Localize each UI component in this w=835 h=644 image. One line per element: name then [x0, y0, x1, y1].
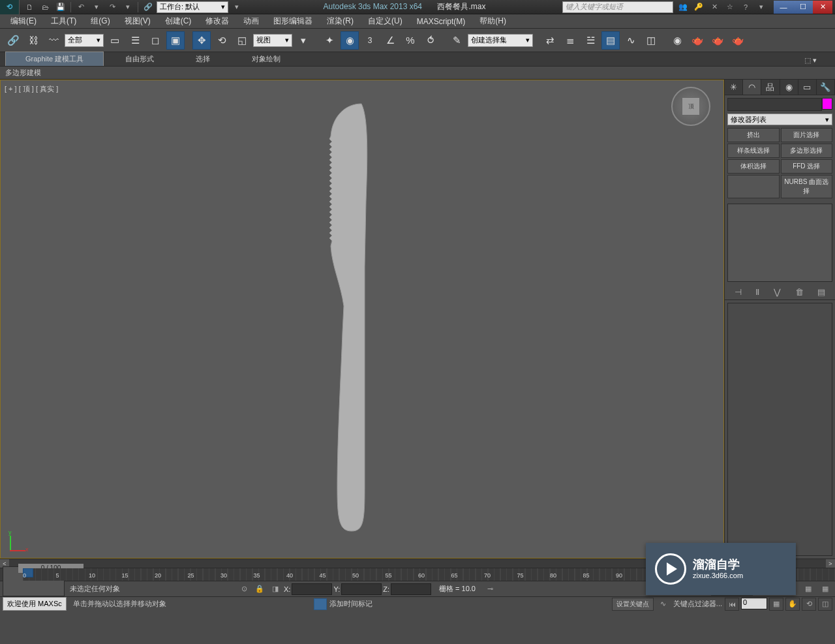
help-icon[interactable]: ?: [738, 1, 753, 13]
rollout-area[interactable]: [727, 303, 832, 556]
btn-vol-select[interactable]: 体积选择: [727, 159, 780, 174]
layers-icon[interactable]: ☱: [581, 31, 600, 50]
tab-create-icon[interactable]: ✳: [725, 80, 743, 95]
select-link-icon[interactable]: 🔗: [4, 31, 22, 50]
named-selset-icon[interactable]: ✎: [448, 31, 466, 50]
pin-stack-icon[interactable]: ⊣: [735, 287, 742, 297]
menu-group[interactable]: 组(G): [84, 14, 116, 28]
menu-tools[interactable]: 工具(T): [44, 14, 83, 28]
z-input[interactable]: [391, 583, 431, 595]
window-crossing-icon[interactable]: ▣: [166, 31, 185, 50]
modifier-stack[interactable]: [727, 204, 832, 282]
make-unique-icon[interactable]: ⋁: [774, 287, 781, 297]
manipulate-icon[interactable]: ✦: [320, 31, 339, 50]
app-icon[interactable]: ⟲: [0, 0, 20, 14]
render-setup-icon[interactable]: 🫖: [688, 31, 706, 50]
remove-mod-icon[interactable]: 🗑: [795, 287, 804, 297]
selection-filter-dropdown[interactable]: 全部: [65, 34, 104, 47]
menu-help[interactable]: 帮助(H): [473, 14, 513, 28]
tab-hierarchy-icon[interactable]: 品: [761, 80, 780, 95]
schematic-icon[interactable]: ◫: [642, 31, 660, 50]
set-key-button[interactable]: 设置关键点: [612, 598, 654, 611]
menu-customize[interactable]: 自定义(U): [361, 14, 409, 28]
tab-utilities-icon[interactable]: 🔧: [817, 80, 835, 95]
angle-snap-icon[interactable]: ∠: [381, 31, 399, 50]
menu-rendering[interactable]: 渲染(R): [320, 14, 360, 28]
goto-start-icon[interactable]: ⏮: [725, 598, 739, 611]
welcome-button[interactable]: 欢迎使用 MAXSc: [3, 597, 67, 611]
viewcube[interactable]: 顶: [671, 87, 710, 126]
viewcube-face[interactable]: 顶: [682, 97, 700, 115]
workspace-dd-icon[interactable]: ▾: [230, 1, 244, 13]
layer-manager-icon[interactable]: ▤: [601, 31, 620, 50]
modifier-list-dropdown[interactable]: 修改器列表: [727, 114, 832, 125]
selection-lock-icon[interactable]: 🔒: [252, 583, 267, 596]
spinner-snap-icon[interactable]: ⥀: [421, 31, 440, 50]
btn-patch-select[interactable]: 面片选择: [781, 128, 833, 142]
menu-modifiers[interactable]: 修改器: [199, 14, 235, 28]
close-button[interactable]: ✕: [813, 1, 832, 14]
ref-coord-dropdown[interactable]: 视图: [253, 34, 292, 47]
tab-selection[interactable]: 选择: [175, 52, 230, 66]
key-filters-icon[interactable]: ∿: [656, 598, 671, 611]
ribbon-panel-label[interactable]: 多边形建模: [0, 67, 835, 80]
frame-box[interactable]: 0: [741, 598, 767, 609]
tab-motion-icon[interactable]: ◉: [780, 80, 798, 95]
new-icon[interactable]: 🗋: [22, 1, 37, 13]
key-mode-icon[interactable]: ⊸: [483, 583, 498, 596]
tab-display-icon[interactable]: ▭: [798, 80, 817, 95]
menu-create[interactable]: 创建(C): [159, 14, 198, 28]
open-icon[interactable]: 🗁: [38, 1, 52, 13]
configure-icon[interactable]: ▤: [817, 287, 825, 297]
redo-icon[interactable]: ↷: [105, 1, 119, 13]
nav-icon-2[interactable]: ▦: [801, 583, 815, 596]
x-input[interactable]: [292, 583, 332, 595]
snap-3-icon[interactable]: 3: [361, 31, 379, 50]
y-input[interactable]: [341, 583, 382, 595]
maximize-button[interactable]: ☐: [793, 1, 813, 14]
help-dd-icon[interactable]: ▾: [754, 1, 768, 13]
curve-editor-icon[interactable]: ∿: [622, 31, 640, 50]
btn-ffd-select[interactable]: FFD 选择: [781, 159, 833, 174]
btn-poly-select[interactable]: 多边形选择: [781, 144, 833, 158]
key-filters-label[interactable]: 关键点过滤器...: [673, 599, 722, 609]
ribbon-expand-icon[interactable]: ⬚ ▾: [799, 55, 822, 66]
time-slider-right[interactable]: >: [826, 559, 835, 568]
key-icon[interactable]: 🔑: [691, 1, 706, 13]
show-end-icon[interactable]: Ⅱ: [755, 287, 759, 297]
snap-toggle-icon[interactable]: ◉: [341, 31, 359, 50]
tab-graphite[interactable]: Graphite 建模工具: [5, 52, 104, 66]
select-rect-icon[interactable]: ◻: [146, 31, 164, 50]
undo-dd-icon[interactable]: ▾: [89, 1, 104, 13]
select-icon[interactable]: ▭: [106, 31, 124, 50]
named-selset-dropdown[interactable]: 创建选择集: [468, 34, 533, 47]
orbit-icon[interactable]: ⟲: [802, 598, 816, 611]
mirror-icon[interactable]: ⇄: [541, 31, 559, 50]
lock-selection-icon[interactable]: ⊙: [237, 583, 251, 596]
save-icon[interactable]: 💾: [53, 1, 68, 13]
exchange-icon[interactable]: ✕: [707, 1, 721, 13]
btn-nurbs-select[interactable]: NURBS 曲面选择: [781, 175, 833, 198]
pan-icon[interactable]: ✋: [785, 598, 800, 611]
max-viewport-icon[interactable]: ◫: [818, 598, 832, 611]
nav-icon-3[interactable]: ▦: [818, 583, 832, 596]
btn-spline-select[interactable]: 样条线选择: [727, 144, 780, 158]
percent-snap-icon[interactable]: %: [401, 31, 419, 50]
search-input[interactable]: 键入关键字或短语: [562, 1, 673, 13]
menu-animation[interactable]: 动画: [237, 14, 266, 28]
move-icon[interactable]: ✥: [192, 31, 211, 50]
isolate-icon[interactable]: ◨: [268, 583, 282, 596]
render-frame-icon[interactable]: 🫖: [708, 31, 727, 50]
object-color-swatch[interactable]: [822, 98, 832, 110]
link-icon[interactable]: 🔗: [141, 1, 155, 13]
menu-graph-editors[interactable]: 图形编辑器: [267, 14, 319, 28]
viewport[interactable]: [ + ] [ 顶 ] [ 真实 ] 顶 y x: [1, 80, 723, 558]
bind-spacewarp-icon[interactable]: 〰: [44, 31, 63, 50]
material-editor-icon[interactable]: ◉: [668, 31, 686, 50]
unlink-icon[interactable]: ⛓: [24, 31, 42, 50]
render-icon[interactable]: 🫖: [729, 31, 747, 50]
btn-extrude[interactable]: 挤出: [727, 128, 780, 142]
align-icon[interactable]: ≣: [561, 31, 579, 50]
time-tag-icon[interactable]: [314, 598, 327, 610]
favorite-icon[interactable]: ☆: [723, 1, 737, 13]
